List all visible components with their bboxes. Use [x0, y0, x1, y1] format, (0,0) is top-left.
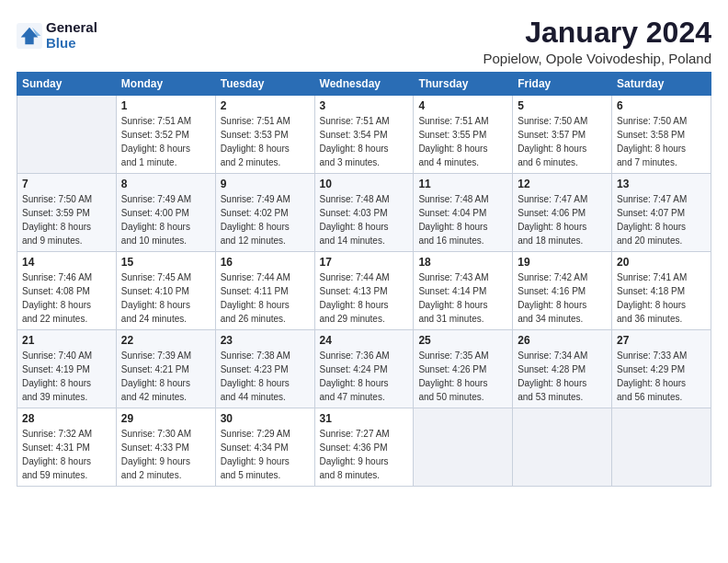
table-row: 2Sunrise: 7:51 AM Sunset: 3:53 PM Daylig…	[215, 96, 314, 174]
day-number: 25	[418, 334, 507, 347]
day-info: Sunrise: 7:30 AM Sunset: 4:33 PM Dayligh…	[121, 427, 210, 482]
table-row	[414, 408, 513, 487]
day-info: Sunrise: 7:41 AM Sunset: 4:18 PM Dayligh…	[617, 270, 706, 326]
table-row: 20Sunrise: 7:41 AM Sunset: 4:18 PM Dayli…	[612, 252, 711, 330]
col-sunday: Sunday	[17, 73, 117, 96]
table-row: 8Sunrise: 7:49 AM Sunset: 4:00 PM Daylig…	[116, 174, 215, 252]
day-info: Sunrise: 7:47 AM Sunset: 4:06 PM Dayligh…	[518, 192, 607, 247]
day-number: 17	[320, 256, 409, 269]
table-row: 22Sunrise: 7:39 AM Sunset: 4:21 PM Dayli…	[116, 330, 215, 408]
day-info: Sunrise: 7:43 AM Sunset: 4:14 PM Dayligh…	[418, 270, 507, 326]
table-row: 30Sunrise: 7:29 AM Sunset: 4:34 PM Dayli…	[215, 408, 314, 487]
day-number: 13	[617, 178, 706, 190]
day-info: Sunrise: 7:35 AM Sunset: 4:26 PM Dayligh…	[418, 349, 507, 404]
calendar-week-row: 14Sunrise: 7:46 AM Sunset: 4:08 PM Dayli…	[17, 252, 711, 330]
day-info: Sunrise: 7:33 AM Sunset: 4:29 PM Dayligh…	[617, 349, 706, 404]
day-info: Sunrise: 7:51 AM Sunset: 3:55 PM Dayligh…	[418, 114, 507, 169]
day-number: 19	[518, 256, 607, 269]
table-row: 26Sunrise: 7:34 AM Sunset: 4:28 PM Dayli…	[513, 330, 612, 408]
table-row: 17Sunrise: 7:44 AM Sunset: 4:13 PM Dayli…	[314, 252, 414, 330]
day-info: Sunrise: 7:36 AM Sunset: 4:24 PM Dayligh…	[320, 349, 409, 404]
table-row: 16Sunrise: 7:44 AM Sunset: 4:11 PM Dayli…	[215, 252, 314, 330]
table-row: 25Sunrise: 7:35 AM Sunset: 4:26 PM Dayli…	[414, 330, 513, 408]
day-info: Sunrise: 7:46 AM Sunset: 4:08 PM Dayligh…	[22, 270, 111, 326]
calendar-week-row: 21Sunrise: 7:40 AM Sunset: 4:19 PM Dayli…	[17, 330, 711, 408]
table-row: 27Sunrise: 7:33 AM Sunset: 4:29 PM Dayli…	[612, 330, 711, 408]
table-row: 24Sunrise: 7:36 AM Sunset: 4:24 PM Dayli…	[314, 330, 414, 408]
day-info: Sunrise: 7:42 AM Sunset: 4:16 PM Dayligh…	[518, 270, 607, 326]
table-row: 18Sunrise: 7:43 AM Sunset: 4:14 PM Dayli…	[414, 252, 513, 330]
day-info: Sunrise: 7:50 AM Sunset: 3:58 PM Dayligh…	[617, 114, 706, 169]
day-info: Sunrise: 7:44 AM Sunset: 4:11 PM Dayligh…	[221, 270, 310, 326]
table-row: 7Sunrise: 7:50 AM Sunset: 3:59 PM Daylig…	[17, 174, 117, 252]
table-row: 11Sunrise: 7:48 AM Sunset: 4:04 PM Dayli…	[414, 174, 513, 252]
day-number: 3	[320, 99, 409, 112]
page: General Blue January 2024 Popielow, Opol…	[0, 0, 728, 563]
day-number: 21	[22, 334, 111, 347]
day-number: 11	[418, 178, 507, 190]
table-row: 19Sunrise: 7:42 AM Sunset: 4:16 PM Dayli…	[513, 252, 612, 330]
header: General Blue January 2024 Popielow, Opol…	[17, 17, 711, 66]
table-row: 6Sunrise: 7:50 AM Sunset: 3:58 PM Daylig…	[612, 96, 711, 174]
day-number: 24	[320, 334, 409, 347]
table-row: 21Sunrise: 7:40 AM Sunset: 4:19 PM Dayli…	[17, 330, 117, 408]
table-row	[17, 96, 117, 174]
day-number: 14	[22, 256, 111, 269]
day-info: Sunrise: 7:49 AM Sunset: 4:00 PM Dayligh…	[121, 192, 210, 247]
day-number: 10	[320, 178, 409, 190]
table-row: 4Sunrise: 7:51 AM Sunset: 3:55 PM Daylig…	[414, 96, 513, 174]
col-tuesday: Tuesday	[215, 73, 314, 96]
day-number: 9	[221, 178, 310, 190]
day-number: 28	[22, 412, 111, 425]
day-number: 15	[121, 256, 210, 269]
table-row: 31Sunrise: 7:27 AM Sunset: 4:36 PM Dayli…	[314, 408, 414, 487]
day-number: 8	[121, 178, 210, 190]
col-saturday: Saturday	[612, 73, 711, 96]
logo-blue: Blue	[46, 36, 97, 52]
day-info: Sunrise: 7:45 AM Sunset: 4:10 PM Dayligh…	[121, 270, 210, 326]
table-row: 10Sunrise: 7:48 AM Sunset: 4:03 PM Dayli…	[314, 174, 414, 252]
table-row: 15Sunrise: 7:45 AM Sunset: 4:10 PM Dayli…	[116, 252, 215, 330]
day-info: Sunrise: 7:34 AM Sunset: 4:28 PM Dayligh…	[518, 349, 607, 404]
col-wednesday: Wednesday	[314, 73, 414, 96]
day-number: 26	[518, 334, 607, 347]
title-block: January 2024 Popielow, Opole Voivodeship…	[483, 17, 711, 66]
day-info: Sunrise: 7:29 AM Sunset: 4:34 PM Dayligh…	[221, 427, 310, 482]
table-row	[513, 408, 612, 487]
day-info: Sunrise: 7:47 AM Sunset: 4:07 PM Dayligh…	[617, 192, 706, 247]
col-thursday: Thursday	[414, 73, 513, 96]
calendar-week-row: 1Sunrise: 7:51 AM Sunset: 3:52 PM Daylig…	[17, 96, 711, 174]
col-monday: Monday	[116, 73, 215, 96]
day-info: Sunrise: 7:51 AM Sunset: 3:53 PM Dayligh…	[221, 114, 310, 169]
calendar-header-row: Sunday Monday Tuesday Wednesday Thursday…	[17, 73, 711, 96]
calendar-table: Sunday Monday Tuesday Wednesday Thursday…	[17, 72, 711, 487]
day-number: 29	[121, 412, 210, 425]
table-row: 14Sunrise: 7:46 AM Sunset: 4:08 PM Dayli…	[17, 252, 117, 330]
table-row: 3Sunrise: 7:51 AM Sunset: 3:54 PM Daylig…	[314, 96, 414, 174]
location-subtitle: Popielow, Opole Voivodeship, Poland	[483, 51, 711, 66]
table-row: 28Sunrise: 7:32 AM Sunset: 4:31 PM Dayli…	[17, 408, 117, 487]
logo-text: General Blue	[46, 20, 97, 51]
day-info: Sunrise: 7:32 AM Sunset: 4:31 PM Dayligh…	[22, 427, 111, 482]
day-number: 4	[418, 99, 507, 112]
day-info: Sunrise: 7:51 AM Sunset: 3:52 PM Dayligh…	[121, 114, 210, 169]
day-info: Sunrise: 7:40 AM Sunset: 4:19 PM Dayligh…	[22, 349, 111, 404]
table-row	[612, 408, 711, 487]
day-info: Sunrise: 7:48 AM Sunset: 4:03 PM Dayligh…	[320, 192, 409, 247]
day-number: 20	[617, 256, 706, 269]
day-info: Sunrise: 7:38 AM Sunset: 4:23 PM Dayligh…	[221, 349, 310, 404]
day-info: Sunrise: 7:51 AM Sunset: 3:54 PM Dayligh…	[320, 114, 409, 169]
day-number: 5	[518, 99, 607, 112]
calendar-week-row: 28Sunrise: 7:32 AM Sunset: 4:31 PM Dayli…	[17, 408, 711, 487]
day-number: 22	[121, 334, 210, 347]
day-info: Sunrise: 7:50 AM Sunset: 3:57 PM Dayligh…	[518, 114, 607, 169]
table-row: 12Sunrise: 7:47 AM Sunset: 4:06 PM Dayli…	[513, 174, 612, 252]
day-info: Sunrise: 7:48 AM Sunset: 4:04 PM Dayligh…	[418, 192, 507, 247]
day-info: Sunrise: 7:39 AM Sunset: 4:21 PM Dayligh…	[121, 349, 210, 404]
table-row: 23Sunrise: 7:38 AM Sunset: 4:23 PM Dayli…	[215, 330, 314, 408]
day-number: 23	[221, 334, 310, 347]
day-number: 12	[518, 178, 607, 190]
table-row: 13Sunrise: 7:47 AM Sunset: 4:07 PM Dayli…	[612, 174, 711, 252]
table-row: 29Sunrise: 7:30 AM Sunset: 4:33 PM Dayli…	[116, 408, 215, 487]
day-number: 2	[221, 99, 310, 112]
